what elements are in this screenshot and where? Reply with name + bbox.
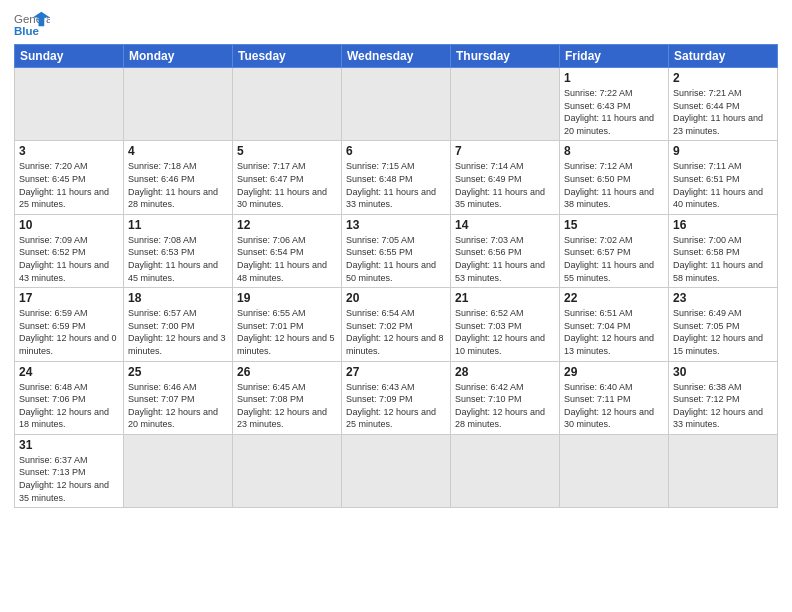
calendar-cell: 31Sunrise: 6:37 AMSunset: 7:13 PMDayligh… <box>15 434 124 507</box>
weekday-header-monday: Monday <box>124 45 233 68</box>
day-sun-info: Sunrise: 7:08 AMSunset: 6:53 PMDaylight:… <box>128 234 228 284</box>
day-number: 9 <box>673 144 773 158</box>
day-number: 6 <box>346 144 446 158</box>
weekday-header-row: SundayMondayTuesdayWednesdayThursdayFrid… <box>15 45 778 68</box>
day-sun-info: Sunrise: 6:38 AMSunset: 7:12 PMDaylight:… <box>673 381 773 431</box>
calendar-cell: 25Sunrise: 6:46 AMSunset: 7:07 PMDayligh… <box>124 361 233 434</box>
day-number: 10 <box>19 218 119 232</box>
day-number: 8 <box>564 144 664 158</box>
day-sun-info: Sunrise: 7:14 AMSunset: 6:49 PMDaylight:… <box>455 160 555 210</box>
weekday-header-thursday: Thursday <box>451 45 560 68</box>
day-number: 25 <box>128 365 228 379</box>
day-sun-info: Sunrise: 7:03 AMSunset: 6:56 PMDaylight:… <box>455 234 555 284</box>
week-row-4: 24Sunrise: 6:48 AMSunset: 7:06 PMDayligh… <box>15 361 778 434</box>
day-sun-info: Sunrise: 7:20 AMSunset: 6:45 PMDaylight:… <box>19 160 119 210</box>
day-sun-info: Sunrise: 6:48 AMSunset: 7:06 PMDaylight:… <box>19 381 119 431</box>
day-number: 16 <box>673 218 773 232</box>
day-number: 28 <box>455 365 555 379</box>
week-row-2: 10Sunrise: 7:09 AMSunset: 6:52 PMDayligh… <box>15 214 778 287</box>
day-number: 12 <box>237 218 337 232</box>
day-number: 24 <box>19 365 119 379</box>
day-sun-info: Sunrise: 7:11 AMSunset: 6:51 PMDaylight:… <box>673 160 773 210</box>
calendar-cell: 2Sunrise: 7:21 AMSunset: 6:44 PMDaylight… <box>669 68 778 141</box>
calendar-cell <box>451 68 560 141</box>
calendar-cell <box>233 68 342 141</box>
day-sun-info: Sunrise: 6:49 AMSunset: 7:05 PMDaylight:… <box>673 307 773 357</box>
calendar-cell: 1Sunrise: 7:22 AMSunset: 6:43 PMDaylight… <box>560 68 669 141</box>
day-number: 13 <box>346 218 446 232</box>
day-sun-info: Sunrise: 6:42 AMSunset: 7:10 PMDaylight:… <box>455 381 555 431</box>
logo: General Blue <box>14 10 50 38</box>
calendar-cell: 14Sunrise: 7:03 AMSunset: 6:56 PMDayligh… <box>451 214 560 287</box>
calendar-cell <box>233 434 342 507</box>
day-sun-info: Sunrise: 6:52 AMSunset: 7:03 PMDaylight:… <box>455 307 555 357</box>
day-sun-info: Sunrise: 7:21 AMSunset: 6:44 PMDaylight:… <box>673 87 773 137</box>
weekday-header-friday: Friday <box>560 45 669 68</box>
day-sun-info: Sunrise: 6:37 AMSunset: 7:13 PMDaylight:… <box>19 454 119 504</box>
calendar-cell: 30Sunrise: 6:38 AMSunset: 7:12 PMDayligh… <box>669 361 778 434</box>
day-sun-info: Sunrise: 7:15 AMSunset: 6:48 PMDaylight:… <box>346 160 446 210</box>
week-row-1: 3Sunrise: 7:20 AMSunset: 6:45 PMDaylight… <box>15 141 778 214</box>
day-sun-info: Sunrise: 7:17 AMSunset: 6:47 PMDaylight:… <box>237 160 337 210</box>
day-sun-info: Sunrise: 6:43 AMSunset: 7:09 PMDaylight:… <box>346 381 446 431</box>
day-sun-info: Sunrise: 7:05 AMSunset: 6:55 PMDaylight:… <box>346 234 446 284</box>
day-number: 27 <box>346 365 446 379</box>
week-row-3: 17Sunrise: 6:59 AMSunset: 6:59 PMDayligh… <box>15 288 778 361</box>
day-sun-info: Sunrise: 7:18 AMSunset: 6:46 PMDaylight:… <box>128 160 228 210</box>
day-number: 5 <box>237 144 337 158</box>
weekday-header-sunday: Sunday <box>15 45 124 68</box>
day-number: 14 <box>455 218 555 232</box>
weekday-header-tuesday: Tuesday <box>233 45 342 68</box>
calendar-cell <box>342 434 451 507</box>
calendar-cell <box>15 68 124 141</box>
day-number: 17 <box>19 291 119 305</box>
calendar-cell: 15Sunrise: 7:02 AMSunset: 6:57 PMDayligh… <box>560 214 669 287</box>
day-sun-info: Sunrise: 6:51 AMSunset: 7:04 PMDaylight:… <box>564 307 664 357</box>
day-sun-info: Sunrise: 6:57 AMSunset: 7:00 PMDaylight:… <box>128 307 228 357</box>
header: General Blue <box>14 10 778 38</box>
calendar-cell <box>124 434 233 507</box>
day-number: 20 <box>346 291 446 305</box>
generalblue-logo-icon: General Blue <box>14 10 50 38</box>
day-sun-info: Sunrise: 6:46 AMSunset: 7:07 PMDaylight:… <box>128 381 228 431</box>
weekday-header-saturday: Saturday <box>669 45 778 68</box>
day-number: 4 <box>128 144 228 158</box>
week-row-0: 1Sunrise: 7:22 AMSunset: 6:43 PMDaylight… <box>15 68 778 141</box>
calendar-cell: 9Sunrise: 7:11 AMSunset: 6:51 PMDaylight… <box>669 141 778 214</box>
day-sun-info: Sunrise: 7:09 AMSunset: 6:52 PMDaylight:… <box>19 234 119 284</box>
calendar-cell: 23Sunrise: 6:49 AMSunset: 7:05 PMDayligh… <box>669 288 778 361</box>
day-sun-info: Sunrise: 6:59 AMSunset: 6:59 PMDaylight:… <box>19 307 119 357</box>
week-row-5: 31Sunrise: 6:37 AMSunset: 7:13 PMDayligh… <box>15 434 778 507</box>
day-sun-info: Sunrise: 6:54 AMSunset: 7:02 PMDaylight:… <box>346 307 446 357</box>
calendar-cell: 26Sunrise: 6:45 AMSunset: 7:08 PMDayligh… <box>233 361 342 434</box>
day-number: 23 <box>673 291 773 305</box>
day-number: 1 <box>564 71 664 85</box>
calendar-cell: 21Sunrise: 6:52 AMSunset: 7:03 PMDayligh… <box>451 288 560 361</box>
calendar-cell: 16Sunrise: 7:00 AMSunset: 6:58 PMDayligh… <box>669 214 778 287</box>
calendar-cell <box>669 434 778 507</box>
day-number: 2 <box>673 71 773 85</box>
day-sun-info: Sunrise: 7:00 AMSunset: 6:58 PMDaylight:… <box>673 234 773 284</box>
calendar-cell: 6Sunrise: 7:15 AMSunset: 6:48 PMDaylight… <box>342 141 451 214</box>
day-number: 15 <box>564 218 664 232</box>
calendar-cell: 12Sunrise: 7:06 AMSunset: 6:54 PMDayligh… <box>233 214 342 287</box>
day-sun-info: Sunrise: 7:02 AMSunset: 6:57 PMDaylight:… <box>564 234 664 284</box>
day-sun-info: Sunrise: 7:12 AMSunset: 6:50 PMDaylight:… <box>564 160 664 210</box>
calendar-cell: 5Sunrise: 7:17 AMSunset: 6:47 PMDaylight… <box>233 141 342 214</box>
calendar-cell: 19Sunrise: 6:55 AMSunset: 7:01 PMDayligh… <box>233 288 342 361</box>
svg-text:Blue: Blue <box>14 25 40 37</box>
calendar-cell <box>560 434 669 507</box>
calendar-cell: 17Sunrise: 6:59 AMSunset: 6:59 PMDayligh… <box>15 288 124 361</box>
day-number: 31 <box>19 438 119 452</box>
day-number: 21 <box>455 291 555 305</box>
calendar-cell: 28Sunrise: 6:42 AMSunset: 7:10 PMDayligh… <box>451 361 560 434</box>
calendar-cell: 4Sunrise: 7:18 AMSunset: 6:46 PMDaylight… <box>124 141 233 214</box>
day-number: 19 <box>237 291 337 305</box>
calendar-table: SundayMondayTuesdayWednesdayThursdayFrid… <box>14 44 778 508</box>
calendar-cell: 8Sunrise: 7:12 AMSunset: 6:50 PMDaylight… <box>560 141 669 214</box>
calendar-cell: 10Sunrise: 7:09 AMSunset: 6:52 PMDayligh… <box>15 214 124 287</box>
calendar-cell: 20Sunrise: 6:54 AMSunset: 7:02 PMDayligh… <box>342 288 451 361</box>
day-number: 18 <box>128 291 228 305</box>
day-number: 22 <box>564 291 664 305</box>
weekday-header-wednesday: Wednesday <box>342 45 451 68</box>
